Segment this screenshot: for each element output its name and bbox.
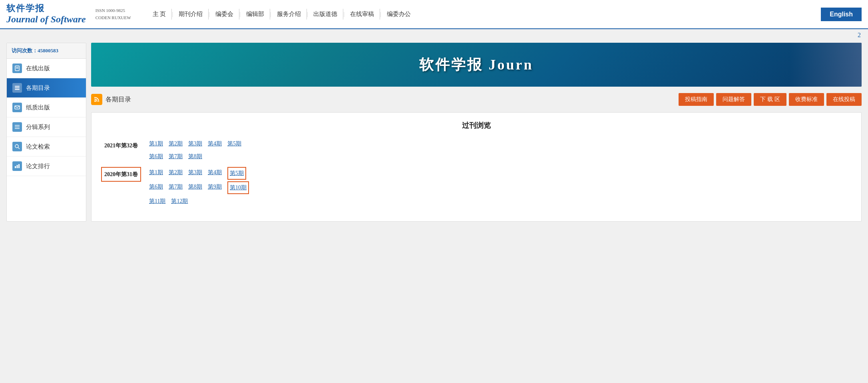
bar-chart-icon — [12, 161, 22, 171]
page-number-link[interactable]: 2 — [858, 32, 861, 38]
issue-2021-8[interactable]: 第8期 — [188, 151, 202, 162]
sidebar-label-series: 分辑系列 — [26, 123, 50, 131]
sidebar-item-ranking[interactable]: 论文排行 — [7, 157, 86, 176]
issue-2020-10[interactable]: 第10期 — [227, 181, 249, 194]
issue-2021-6[interactable]: 第6期 — [149, 151, 163, 162]
nav-editorial-dept[interactable]: 编辑部 — [241, 9, 270, 20]
list-icon — [12, 83, 22, 93]
svg-rect-4 — [15, 87, 20, 88]
sidebar-label-print-pub: 纸质出版 — [26, 104, 50, 111]
issues-2021: 第1期 第2期 第3期 第4期 第5期 第6期 第7期 第8期 — [149, 138, 852, 162]
content-area: 软件学报 Journ 各期目录 投稿指南 问题解答 下 载 区 收费标准 在线投… — [91, 43, 862, 222]
banner: 软件学报 Journ — [91, 43, 862, 87]
sidebar-item-online-pub[interactable]: 在线出版 — [7, 59, 86, 78]
logo-area: 软件学报 Journal of Software — [6, 3, 86, 25]
nav-journal-intro[interactable]: 期刊介绍 — [173, 9, 209, 20]
sidebar-label-online-pub: 在线出版 — [26, 65, 50, 72]
issues-row3-2020: 第11期 第12期 — [149, 196, 852, 207]
issue-2020-1[interactable]: 第1期 — [149, 167, 163, 180]
btn-fee[interactable]: 收费标准 — [789, 93, 824, 106]
svg-rect-8 — [15, 127, 20, 127]
issn-line1: ISSN 1000-9825 — [96, 7, 131, 14]
issue-2021-3[interactable]: 第3期 — [188, 138, 202, 149]
sidebar-label-ranking: 论文排行 — [26, 163, 50, 170]
nav-committee-office[interactable]: 编委办公 — [381, 9, 416, 20]
envelope-icon — [12, 103, 22, 112]
issue-2020-5[interactable]: 第5期 — [227, 167, 246, 180]
svg-rect-9 — [15, 128, 20, 129]
issue-2020-12[interactable]: 第12期 — [171, 196, 188, 207]
issue-2021-5[interactable]: 第5期 — [227, 138, 241, 149]
issues-row2-2020: 第6期 第7期 第8期 第9期 第10期 — [149, 181, 852, 194]
svg-rect-5 — [15, 89, 20, 90]
archive-row-2020: 2020年第31卷 第1期 第2期 第3期 第4期 第5期 第6期 第7期 第8… — [101, 167, 852, 207]
btn-submission-guide[interactable]: 投稿指南 — [679, 93, 714, 106]
page-number-area: 2 — [0, 29, 868, 40]
issue-2020-6[interactable]: 第6期 — [149, 181, 163, 194]
header: 软件学报 Journal of Software ISSN 1000-9825 … — [0, 0, 868, 29]
sidebar-label-search: 论文检索 — [26, 143, 50, 151]
nav-services[interactable]: 服务介绍 — [271, 9, 307, 20]
issue-2021-4[interactable]: 第4期 — [208, 138, 222, 149]
svg-point-15 — [94, 100, 96, 102]
year-2020: 2020年第31卷 — [101, 167, 141, 182]
issue-2020-3[interactable]: 第3期 — [188, 167, 202, 180]
svg-rect-1 — [16, 67, 18, 67]
svg-rect-12 — [15, 166, 16, 168]
section-title: 各期目录 — [106, 95, 131, 104]
issue-2020-11[interactable]: 第11期 — [149, 196, 165, 207]
nav-editorial-board[interactable]: 编委会 — [210, 9, 239, 20]
nav-ethics[interactable]: 出版道德 — [308, 9, 343, 20]
issues-row1-2020: 第1期 第2期 第3期 第4期 第5期 — [149, 167, 852, 180]
sidebar-item-search[interactable]: 论文检索 — [7, 137, 86, 157]
sidebar-item-issue-list[interactable]: 各期目录 — [7, 78, 86, 98]
issue-2021-2[interactable]: 第2期 — [169, 138, 183, 149]
issues-2020: 第1期 第2期 第3期 第4期 第5期 第6期 第7期 第8期 第9期 第10期 — [149, 167, 852, 207]
issue-2020-8[interactable]: 第8期 — [188, 181, 202, 194]
issues-row1-2021: 第1期 第2期 第3期 第4期 第5期 — [149, 138, 852, 149]
action-buttons: 投稿指南 问题解答 下 载 区 收费标准 在线投稿 — [679, 93, 862, 106]
issue-2020-4[interactable]: 第4期 — [208, 167, 222, 180]
visit-count-area: 访问次数：45800583 — [7, 43, 86, 59]
visit-count-value: 45800583 — [38, 48, 58, 54]
action-bar: 各期目录 投稿指南 问题解答 下 载 区 收费标准 在线投稿 — [91, 91, 862, 108]
banner-overlay — [790, 43, 862, 87]
issues-row2-2021: 第6期 第7期 第8期 — [149, 151, 852, 162]
svg-rect-2 — [16, 68, 18, 69]
logo-en: Journal of Software — [6, 14, 86, 25]
svg-point-10 — [15, 145, 18, 148]
issue-2021-1[interactable]: 第1期 — [149, 138, 163, 149]
visit-label: 访问次数： — [12, 48, 38, 54]
issn-area: ISSN 1000-9825 CODEN RUXUEW — [96, 7, 131, 21]
bookmark-icon — [12, 64, 22, 73]
issue-2020-7[interactable]: 第7期 — [169, 181, 183, 194]
issue-2021-7[interactable]: 第7期 — [169, 151, 183, 162]
search-icon — [12, 142, 22, 151]
archive-panel: 过刊浏览 2021年第32卷 第1期 第2期 第3期 第4期 第5期 第6期 第… — [91, 112, 862, 222]
issue-2020-9[interactable]: 第9期 — [208, 181, 222, 194]
archive-title: 过刊浏览 — [101, 121, 852, 130]
archive-row-2021: 2021年第32卷 第1期 第2期 第3期 第4期 第5期 第6期 第7期 第8… — [101, 138, 852, 162]
sidebar-item-print-pub[interactable]: 纸质出版 — [7, 98, 86, 117]
sidebar: 访问次数：45800583 在线出版 各期目录 纸质出版 分辑系列 — [6, 43, 86, 222]
sidebar-label-issue-list: 各期目录 — [26, 84, 50, 92]
btn-download[interactable]: 下 载 区 — [754, 93, 786, 106]
english-button[interactable]: English — [821, 8, 862, 21]
svg-rect-3 — [15, 86, 20, 87]
nav-bar: 主 页 | 期刊介绍 | 编委会 | 编辑部 | 服务介绍 | 出版道德 | 在… — [147, 9, 810, 20]
logo-cn: 软件学报 — [6, 3, 86, 14]
issue-2020-2[interactable]: 第2期 — [169, 167, 183, 180]
nav-review[interactable]: 在线审稿 — [344, 9, 380, 20]
sidebar-item-series[interactable]: 分辑系列 — [7, 117, 86, 137]
banner-text: 软件学报 Journ — [419, 55, 533, 75]
rss-icon — [91, 94, 102, 105]
btn-faq[interactable]: 问题解答 — [716, 93, 751, 106]
svg-rect-13 — [17, 165, 18, 168]
btn-online-submit[interactable]: 在线投稿 — [826, 93, 862, 106]
main-wrapper: 访问次数：45800583 在线出版 各期目录 纸质出版 分辑系列 — [0, 40, 868, 228]
issn-line2: CODEN RUXUEW — [96, 14, 131, 22]
svg-rect-14 — [18, 164, 20, 168]
svg-line-11 — [18, 147, 20, 149]
svg-rect-7 — [15, 125, 20, 126]
nav-home[interactable]: 主 页 — [147, 9, 172, 20]
